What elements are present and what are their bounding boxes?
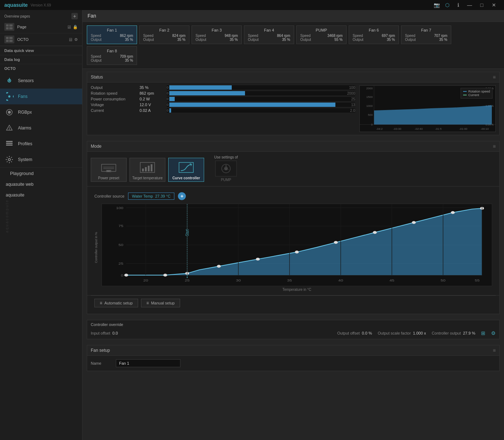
power-bar [169, 97, 175, 101]
output-offset-field: Output offset 0.0 % [337, 331, 372, 335]
fan-name-input[interactable] [116, 359, 180, 367]
svg-point-11 [6, 92, 8, 94]
use-settings-label: Use settings of [214, 155, 238, 159]
controller-output-label: Controller output [432, 331, 461, 335]
override-gear-icon[interactable]: ⚙ [491, 330, 496, 336]
override-section: Controller override Input offset 0.0 Out… [87, 320, 500, 339]
curve-controller-btn[interactable]: Curve controller [168, 158, 204, 182]
fan4-speed-value: 864 rpm [277, 34, 290, 38]
pump-title: PUMP [300, 28, 343, 32]
controller-add-button[interactable]: + [178, 192, 186, 200]
svg-point-21 [8, 159, 10, 161]
pump-label: PUMP [221, 178, 231, 182]
add-page-button[interactable]: + [71, 13, 78, 19]
svg-text:2000: 2000 [366, 87, 373, 90]
svg-text:-01:5: -01:5 [435, 127, 442, 131]
sidebar-nav-rgbpx[interactable]: RGBpx [0, 104, 82, 120]
camera-button[interactable]: 📷 [432, 1, 442, 9]
fan-card-4[interactable]: Fan 4 Speed 864 rpm Output 35 % [244, 25, 294, 44]
app-version: Version X.69 [30, 3, 51, 7]
data-quick-view-label: Data quick view [0, 46, 82, 55]
controller-source-name: Water Temp [132, 194, 153, 198]
output-value: 35 % [140, 85, 165, 90]
mode-section: Mode ≡ [87, 141, 500, 314]
playground-label: Playground [0, 167, 82, 179]
minimize-button[interactable]: — [464, 1, 475, 9]
svg-point-17 [9, 129, 10, 130]
output-scale-field: Output scale factor 1.000 x [378, 331, 426, 335]
fan-card-pump[interactable]: PUMP Speed 3468 rpm Output 55 % [296, 25, 347, 44]
svg-text:40: 40 [338, 279, 343, 282]
use-settings-container: Use settings of [214, 155, 238, 182]
fans-grid: Fan 1 Speed 862 rpm Output 35 % Fan 2 Sp… [83, 22, 504, 69]
fan4-output-label: Output [248, 38, 259, 42]
override-sliders-icon[interactable]: ⊞ [481, 330, 485, 336]
svg-point-10 [8, 95, 10, 98]
fan-card-1[interactable]: Fan 1 Speed 862 rpm Output 35 % [87, 25, 137, 44]
fan-setup-menu-icon[interactable]: ≡ [493, 347, 496, 353]
info-button[interactable]: ℹ [453, 1, 463, 9]
system-label: System [18, 157, 32, 162]
sidebar-item-octo[interactable]: OCTO 🖥 ⚙ [0, 33, 82, 46]
power-preset-icon [98, 160, 119, 175]
curve-svg: 0 25 50 75 100 Start [102, 204, 492, 286]
fan-card-8[interactable]: Fan 8 Speed 709 rpm Output 35 % [87, 46, 137, 65]
legend-current-label: Current [468, 93, 479, 97]
svg-rect-47 [151, 164, 152, 171]
svg-text:75: 75 [118, 224, 123, 228]
fan-card-2[interactable]: Fan 2 Speed 824 rpm Output 35 % [139, 25, 189, 44]
manual-setup-label: Manual setup [151, 301, 175, 305]
svg-rect-45 [145, 167, 147, 171]
legend-rotation-label: Rotation speed [468, 90, 490, 93]
fan-card-6[interactable]: Fan 6 Speed 697 rpm Output 35 % [349, 25, 399, 44]
fan-setup-header: Fan setup ≡ [87, 345, 499, 356]
mode-header: Mode ≡ [87, 141, 499, 152]
curve-chart[interactable]: 0 25 50 75 100 Start [102, 204, 492, 286]
sidebar-item-page[interactable]: Page 🖥 🔒 [0, 21, 82, 33]
svg-text:-03:30: -03:30 [393, 127, 401, 131]
close-button[interactable]: ✕ [488, 1, 500, 9]
svg-text:1500: 1500 [366, 95, 373, 99]
fan-card-7[interactable]: Fan 7 Speed 707 rpm Output 35 % [401, 25, 451, 44]
target-temp-btn[interactable]: Target temperature [129, 158, 165, 182]
output-offset-label: Output offset [337, 331, 360, 335]
curve-controller-icon [175, 160, 197, 175]
curve-x-label: Temperature in °C [102, 288, 492, 292]
automatic-setup-btn[interactable]: ≡ Automatic setup [94, 299, 138, 307]
power-preset-label: Power preset [98, 176, 119, 180]
svg-point-9 [9, 80, 10, 81]
maximize-button[interactable]: □ [476, 1, 487, 9]
sidebar-nav-alarms[interactable]: Alarms [0, 120, 82, 136]
sidebar-nav-sensors[interactable]: Sensors [0, 73, 82, 89]
status-current-row: Current 0.02 A 0 2.0 [91, 108, 355, 113]
profiles-icon [4, 139, 14, 149]
status-chart: 0 500 1000 1500 2000 0.00 A 2.00 A 1.00 … [359, 85, 496, 132]
sidebar-nav-system[interactable]: System [0, 152, 82, 167]
svg-point-66 [163, 274, 167, 276]
svg-rect-44 [142, 169, 144, 171]
status-power-row: Power consumption 0.2 W 0 25 [91, 97, 355, 101]
fan4-speed-label: Speed [248, 34, 258, 38]
mode-menu-icon[interactable]: ≡ [493, 143, 496, 149]
aquasuite-web-item[interactable]: aquasuite web [0, 179, 82, 190]
status-menu-icon[interactable]: ≡ [493, 74, 496, 80]
power-preset-btn[interactable]: Power preset [91, 158, 127, 182]
curve-chart-container: Controller output in % [91, 200, 496, 295]
manual-setup-btn[interactable]: ≡ Manual setup [141, 299, 180, 307]
target-temp-label: Target temperature [132, 176, 163, 180]
svg-point-15 [8, 111, 11, 114]
svg-rect-5 [9, 37, 13, 39]
page-label: Page [17, 25, 64, 29]
pump-icon-button[interactable] [215, 161, 237, 176]
controller-output-field: Controller output 27.9 % [432, 331, 475, 335]
window-controls: 📷 ⬡ ℹ — □ ✕ [432, 1, 500, 9]
svg-point-12 [13, 95, 14, 98]
sidebar-nav-fans[interactable]: Fans [0, 89, 82, 104]
sidebar-nav-profiles[interactable]: Profiles [0, 136, 82, 152]
sync-button[interactable]: ⬡ [442, 1, 452, 9]
svg-rect-18 [6, 141, 13, 142]
aquasuite-item[interactable]: aquasuite [0, 190, 82, 200]
overview-pages-section: Overview pages + [0, 10, 82, 21]
fan-card-3[interactable]: Fan 3 Speed 948 rpm Output 35 % [192, 25, 242, 44]
main-content: Fan Fan 1 Speed 862 rpm Output 35 % F [83, 10, 504, 440]
